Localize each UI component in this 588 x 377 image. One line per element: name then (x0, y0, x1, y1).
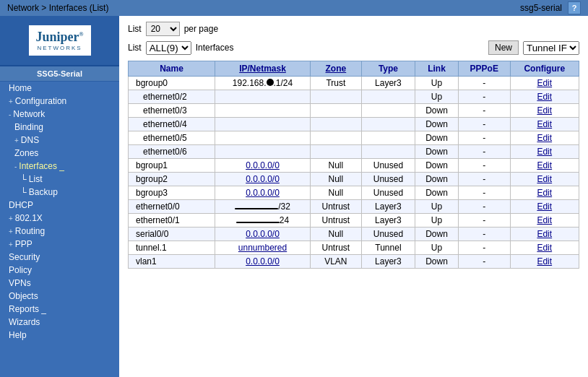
cell-configure[interactable]: Edit (510, 118, 579, 131)
cell-zone: VLAN (311, 255, 362, 269)
col-name: Name (129, 61, 215, 77)
cell-ip: 0.0.0.0/0 (215, 255, 311, 269)
sidebar-item-routing[interactable]: + Routing (0, 225, 119, 238)
edit-link[interactable]: Edit (537, 174, 552, 184)
edit-link[interactable]: Edit (537, 243, 552, 253)
cell-configure[interactable]: Edit (510, 228, 579, 241)
sidebar-item-reports[interactable]: Reports _ (0, 303, 119, 316)
cell-configure[interactable]: Edit (510, 200, 579, 214)
col-zone[interactable]: Zone (311, 61, 362, 77)
tunnel-if-select[interactable]: Tunnel IF (523, 41, 579, 55)
sidebar-item-security[interactable]: Security (0, 251, 119, 264)
table-row: ethernet0/6Down-Edit (129, 145, 579, 159)
cell-type (361, 104, 415, 118)
sidebar-item-home[interactable]: Home (0, 82, 119, 95)
list-label-1: List (128, 24, 142, 34)
cell-ppoe: - (458, 118, 510, 131)
edit-link[interactable]: Edit (537, 92, 552, 102)
cell-link: Down (415, 173, 459, 186)
edit-link[interactable]: Edit (537, 160, 552, 170)
cell-configure[interactable]: Edit (510, 90, 579, 104)
col-ppoe: PPPoE (458, 61, 510, 77)
cell-ip: unnumbered (215, 241, 311, 255)
cell-configure[interactable]: Edit (510, 186, 579, 200)
juniper-logo: Juniper® (36, 30, 84, 45)
col-ip[interactable]: IP/Netmask (215, 61, 311, 77)
sidebar-item-wizards[interactable]: Wizards (0, 316, 119, 329)
list-filter-select[interactable]: ALL(9) (146, 41, 191, 55)
sidebar-item-dhcp[interactable]: DHCP (0, 199, 119, 212)
cell-link: Down (415, 104, 459, 118)
sidebar-item-list[interactable]: └ List (0, 173, 119, 186)
cell-link: Down (415, 118, 459, 131)
cell-configure[interactable]: Edit (510, 131, 579, 145)
ip-link[interactable]: 0.0.0.0/0 (246, 256, 280, 266)
edit-link[interactable]: Edit (537, 105, 552, 116)
cell-configure[interactable]: Edit (510, 77, 579, 90)
table-row: ethernet0/124UntrustLayer3Up-Edit (129, 214, 579, 228)
cell-name: bgroup3 (129, 186, 215, 200)
sidebar-item-zones[interactable]: Zones (0, 147, 119, 160)
edit-link[interactable]: Edit (537, 256, 552, 266)
help-button[interactable]: ? (568, 1, 581, 14)
list-sidebar-label: └ List (20, 174, 43, 184)
cell-configure[interactable]: Edit (510, 255, 579, 269)
ip-link[interactable]: 0.0.0.0/0 (246, 188, 280, 198)
cell-name: bgroup0 (129, 77, 215, 90)
new-button[interactable]: New (488, 40, 519, 55)
edit-link[interactable]: Edit (537, 202, 552, 212)
ip-link[interactable]: 0.0.0.0/0 (246, 160, 280, 170)
sidebar-item-network[interactable]: - Network (0, 108, 119, 121)
ip-link[interactable]: 0.0.0.0/0 (246, 174, 280, 184)
edit-link[interactable]: Edit (537, 215, 552, 225)
per-page-select[interactable]: 20 50 100 (146, 22, 180, 36)
sidebar-item-objects[interactable]: Objects (0, 290, 119, 303)
cell-configure[interactable]: Edit (510, 104, 579, 118)
device-name-header: ssg5-serial (520, 3, 562, 13)
cell-zone (311, 145, 362, 159)
sidebar-item-ppp[interactable]: + PPP (0, 238, 119, 251)
cell-name: ethernet0/3 (129, 104, 215, 118)
sidebar-item-interfaces[interactable]: - Interfaces _ (0, 160, 119, 173)
edit-link[interactable]: Edit (537, 119, 552, 129)
8021x-label: 802.1X (15, 213, 43, 223)
config-expand-icon: + (9, 98, 13, 105)
cell-configure[interactable]: Edit (510, 241, 579, 255)
sidebar-item-dns[interactable]: + DNS (0, 134, 119, 147)
interfaces-table: Name IP/Netmask Zone Type Link PPPoE Con… (128, 61, 579, 269)
table-row: bgroup0192.168. .1/24TrustLayer3Up-Edit (129, 77, 579, 90)
policy-label: Policy (9, 265, 32, 275)
security-label: Security (9, 252, 40, 262)
table-row: ethernet0/2Up-Edit (129, 90, 579, 104)
edit-link[interactable]: Edit (537, 78, 552, 88)
table-row: bgroup30.0.0.0/0NullUnusedDown-Edit (129, 186, 579, 200)
sidebar-item-vpns[interactable]: VPNs (0, 277, 119, 290)
cell-configure[interactable]: Edit (510, 214, 579, 228)
cell-configure[interactable]: Edit (510, 173, 579, 186)
sidebar-item-help[interactable]: Help (0, 329, 119, 342)
edit-link[interactable]: Edit (537, 188, 552, 198)
cell-zone: Null (311, 159, 362, 173)
edit-link[interactable]: Edit (537, 229, 552, 239)
ppp-expand-icon: + (9, 240, 13, 248)
sidebar-item-backup[interactable]: └ Backup (0, 186, 119, 199)
sidebar-item-binding[interactable]: Binding (0, 121, 119, 134)
edit-link[interactable]: Edit (537, 147, 552, 157)
edit-link[interactable]: Edit (537, 133, 552, 143)
ip-link[interactable]: 0.0.0.0/0 (246, 229, 280, 239)
cell-configure[interactable]: Edit (510, 159, 579, 173)
sidebar-item-configuration[interactable]: + Configuration (0, 95, 119, 108)
cell-name: ethernet0/1 (129, 214, 215, 228)
sidebar-item-policy[interactable]: Policy (0, 264, 119, 277)
ip-link[interactable]: unnumbered (238, 243, 287, 253)
list-label-2: List (128, 43, 142, 53)
cell-configure[interactable]: Edit (510, 145, 579, 159)
sidebar-item-8021x[interactable]: + 802.1X (0, 212, 119, 225)
cell-link: Up (415, 214, 459, 228)
table-row: vlan10.0.0.0/0VLANLayer3Down-Edit (129, 255, 579, 269)
cell-link: Down (415, 186, 459, 200)
cell-type: Unused (361, 173, 415, 186)
cell-ip (215, 90, 311, 104)
col-configure: Configure (510, 61, 579, 77)
network-expand-icon: - (9, 110, 11, 118)
